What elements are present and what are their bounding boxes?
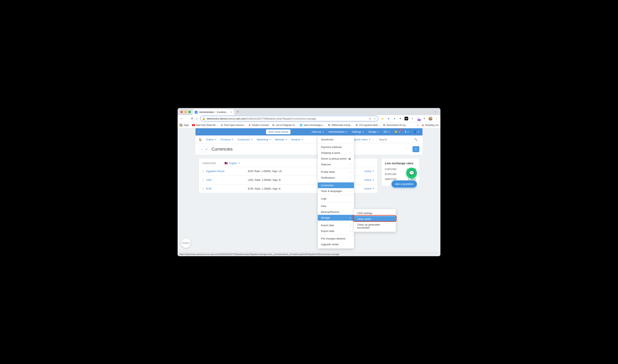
menu-item-notifications[interactable]: Notifications▸ bbox=[318, 175, 354, 181]
nav-marketing[interactable]: Marketing▼ bbox=[257, 138, 271, 141]
bookmark-entropy[interactable]: WDifferential entrop... bbox=[328, 124, 352, 127]
nav-customers[interactable]: Customers▼ bbox=[237, 138, 253, 141]
menu-item-statuses[interactable]: Statuses▸ bbox=[318, 161, 354, 167]
menu-item-export[interactable]: Export data▸ bbox=[318, 228, 354, 234]
status-dropdown[interactable]: Active▼ bbox=[361, 187, 374, 190]
plus-icon: + bbox=[415, 147, 417, 151]
menu-addons[interactable]: Add-ons▼ bbox=[312, 130, 324, 133]
menu-language[interactable]: EN▼ bbox=[384, 130, 390, 133]
share-icon[interactable]: ⇪ bbox=[369, 117, 371, 120]
nav-vendors[interactable]: Vendors▼ bbox=[291, 138, 303, 141]
menu-currency[interactable]: $▼ bbox=[405, 130, 409, 133]
menu-item-backup[interactable]: Backup/Restore bbox=[318, 209, 354, 215]
menu-item-shipping[interactable]: Shipping & taxes▸ bbox=[318, 150, 354, 156]
add-button[interactable]: + bbox=[412, 146, 419, 152]
menu-item-payment[interactable]: Payment methods bbox=[318, 144, 354, 150]
menu-user[interactable]: 👤▼ bbox=[413, 130, 419, 133]
bookmark-school[interactable]: 🌐web.schoolxapp.c... bbox=[300, 124, 325, 127]
ask-question-button[interactable]: Ask a question bbox=[391, 181, 417, 188]
browser-toolbar: ← → ⟳ ⌂ 🔒 electronics.demos.mv.cs-cart.c… bbox=[178, 115, 440, 122]
browser-titlebar: ✿ Administration :: Currencies - A × + ⌄ bbox=[178, 108, 440, 115]
menu-item-files[interactable]: Files bbox=[318, 203, 354, 209]
bell-icon: 🔔 bbox=[394, 130, 398, 133]
ext-v-icon[interactable]: V bbox=[411, 117, 414, 120]
language-label: LANGUAGE: bbox=[202, 162, 217, 165]
menu-design[interactable]: Design▼ bbox=[369, 130, 379, 133]
ext-gear-icon[interactable]: ✲ bbox=[398, 117, 402, 120]
menu-item-storage[interactable]: Storage▸ bbox=[318, 215, 354, 221]
close-window-icon[interactable] bbox=[180, 111, 183, 113]
browser-tab[interactable]: ✿ Administration :: Currencies - A × bbox=[193, 109, 234, 115]
minimize-window-icon[interactable] bbox=[184, 111, 187, 113]
nav-back-icon[interactable]: ← bbox=[179, 117, 183, 120]
octopus-icon: 𝐎 bbox=[221, 124, 223, 127]
submenu-clear-cache[interactable]: Clear cache bbox=[354, 216, 396, 222]
bookmark-open[interactable]: 𝐎Free Open-Source... bbox=[221, 124, 246, 127]
bookmark-yandex[interactable]: ■Yandex.Connect bbox=[249, 124, 269, 127]
nav-products[interactable]: Products▼ bbox=[220, 138, 233, 141]
new-tab-button[interactable]: + bbox=[237, 110, 239, 114]
status-dropdown[interactable]: Active▼ bbox=[361, 170, 374, 173]
menu-item-profile[interactable]: Profile fields▸ bbox=[318, 169, 354, 175]
wikipedia-icon: W bbox=[356, 124, 358, 127]
back-dropdown-button[interactable]: ▼ bbox=[205, 146, 209, 152]
bookmark-noncentral[interactable]: WNoncentral chi-sq... bbox=[383, 124, 407, 127]
bookmark-yt[interactable]: Bad Kids Steal Mc... bbox=[192, 124, 218, 127]
reading-list[interactable]: ▤Reading List bbox=[422, 124, 439, 127]
menu-item-filechanges[interactable]: File changes detector bbox=[318, 236, 354, 241]
quick-menu-button[interactable]: Quick menu▼ bbox=[352, 137, 373, 143]
browser-menu-icon[interactable]: ⋮ bbox=[435, 117, 439, 120]
bookmark-integrals[interactable]: WList of integrals of... bbox=[272, 124, 296, 127]
nav-reload-icon[interactable]: ⟳ bbox=[191, 117, 193, 120]
back-button[interactable]: ← bbox=[199, 146, 205, 152]
chat-bubble-button[interactable]: 💬 bbox=[406, 168, 417, 178]
submenu-cdn[interactable]: CDN settings bbox=[354, 210, 396, 216]
profile-avatar-icon[interactable] bbox=[428, 117, 432, 120]
menu-item-storefronts[interactable]: Storefronts bbox=[318, 137, 354, 143]
search-input[interactable] bbox=[377, 137, 412, 143]
ext-jb-icon[interactable]: JB bbox=[405, 117, 408, 120]
menu-item-import[interactable]: Import data▸ bbox=[318, 222, 354, 228]
tab-close-icon[interactable]: × bbox=[231, 111, 232, 114]
drag-handle-icon[interactable]: ⣿ bbox=[202, 187, 204, 190]
bookmark-chi[interactable]: WChi-squared distri... bbox=[356, 124, 380, 127]
ext-puzzle-icon[interactable]: ✦ bbox=[423, 117, 426, 120]
nav-home[interactable]: 🏠 bbox=[199, 138, 202, 141]
cart-icon[interactable]: 🛒 bbox=[195, 130, 202, 133]
ext-grammarly-icon[interactable]: ● bbox=[393, 117, 396, 120]
language-selector[interactable]: English▼ bbox=[225, 162, 240, 165]
maximize-window-icon[interactable] bbox=[188, 111, 191, 113]
ext-shield-icon[interactable]: 🛡14 bbox=[416, 117, 420, 120]
currency-link[interactable]: Egyptian Pound bbox=[206, 170, 224, 173]
address-bar[interactable]: 🔒 electronics.demos.mv.cs-cart.com/b1df3… bbox=[200, 116, 378, 121]
bookmark-apps[interactable]: Apps bbox=[179, 124, 189, 127]
window-controls bbox=[180, 111, 191, 113]
menu-item-currencies[interactable]: Currencies bbox=[318, 182, 354, 188]
nav-home-icon[interactable]: ⌂ bbox=[196, 117, 198, 120]
menu-item-upgrade[interactable]: Upgrade center bbox=[318, 241, 354, 247]
notifications-button[interactable]: 🔔▼ 1 bbox=[394, 130, 400, 133]
drag-handle-icon[interactable]: ⣿ bbox=[202, 178, 204, 182]
menu-item-logs[interactable]: Logs bbox=[318, 196, 354, 201]
currency-link[interactable]: EUR bbox=[206, 187, 211, 190]
tabs-overflow-icon[interactable]: ⌄ bbox=[434, 109, 437, 113]
marketplace-badge[interactable]: Marketplace bbox=[181, 238, 191, 248]
wikipedia-icon: W bbox=[328, 124, 330, 127]
menu-administration[interactable]: Administration▼ bbox=[328, 130, 347, 133]
ext-diamond-icon[interactable]: ◈ bbox=[387, 117, 390, 120]
menu-item-texts[interactable]: Texts & languages▸ bbox=[318, 188, 354, 194]
menu-settings[interactable]: Settings▼ bbox=[352, 130, 364, 133]
bookmarks-overflow[interactable]: » bbox=[417, 124, 419, 127]
nav-orders[interactable]: Orders▼ bbox=[206, 138, 217, 141]
submenu-cleanup[interactable]: Clean up generated thumbnails bbox=[354, 222, 396, 231]
bookmark-star-icon[interactable]: ☆ bbox=[373, 117, 376, 120]
menu-item-stores[interactable]: Stores & pickup points🏬 bbox=[318, 156, 354, 161]
content-area: LANGUAGE: English▼ ⣿Egyptian Pound EGP, … bbox=[195, 155, 423, 196]
currency-link[interactable]: USD bbox=[206, 178, 211, 182]
nav-website[interactable]: Website▼ bbox=[275, 138, 287, 141]
store-setup-wizard-button[interactable]: Store setup wizard bbox=[266, 130, 290, 134]
drag-handle-icon[interactable]: ⣿ bbox=[202, 170, 204, 173]
ext-drive-icon[interactable]: ◆ bbox=[381, 117, 384, 120]
search-button[interactable]: 🔍 bbox=[412, 137, 419, 143]
status-dropdown[interactable]: Active▼ bbox=[361, 178, 374, 182]
